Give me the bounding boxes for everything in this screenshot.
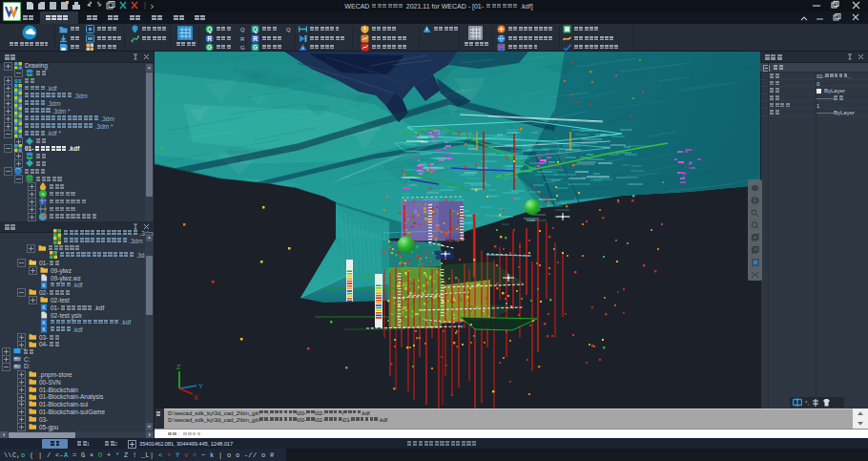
svg-text:K: K <box>43 283 46 287</box>
svg-text:K: K <box>43 305 46 310</box>
svg-text:n: n <box>42 191 45 197</box>
svg-text:Q: Q <box>207 26 212 33</box>
svg-text:R: R <box>253 35 258 42</box>
svg-text:G: G <box>207 44 212 51</box>
svg-text:X: X <box>194 394 198 401</box>
svg-text:Y: Y <box>198 383 203 389</box>
svg-text:K: K <box>43 327 46 332</box>
svg-text:K: K <box>43 320 46 325</box>
svg-text:G: G <box>253 44 258 51</box>
svg-text:R: R <box>207 35 212 42</box>
svg-text:Q: Q <box>253 26 258 33</box>
svg-text:Z: Z <box>176 364 181 370</box>
